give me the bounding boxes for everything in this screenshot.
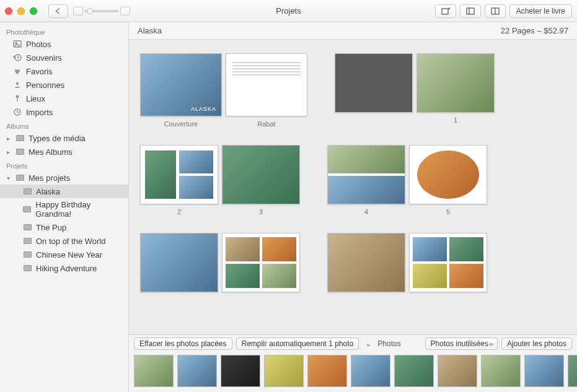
- disclosure-right-icon[interactable]: ▸: [5, 149, 11, 155]
- sidebar-item-personnes[interactable]: Personnes: [0, 78, 128, 92]
- clear-placed-photos-button[interactable]: Effacer les photos placées: [134, 338, 232, 350]
- sidebar-item-mes-projets[interactable]: ▾ Mes projets: [0, 171, 128, 185]
- project-icon: [22, 186, 32, 196]
- traffic-lights: [5, 7, 37, 15]
- sidebar-item-label: Lieux: [26, 94, 45, 103]
- sidebar: Photothèque Photos Souvenirs Favoris Per…: [0, 22, 129, 392]
- back-button[interactable]: [48, 4, 68, 18]
- sidebar-header-phototheque: Photothèque: [0, 25, 128, 37]
- pages-grid[interactable]: ALASKA Couverture Rabat: [129, 40, 577, 334]
- tray-photo[interactable]: [177, 355, 217, 387]
- sidebar-header-albums: Albums: [0, 119, 128, 131]
- tray-photo[interactable]: [481, 355, 521, 387]
- zoom-out-icon[interactable]: [73, 7, 83, 15]
- main-panel: Alaska 22 Pages – $52.97 ALASKA: [129, 22, 577, 392]
- sidebar-item-photos[interactable]: Photos: [0, 37, 128, 51]
- sidebar-item-lieux[interactable]: Lieux: [0, 92, 128, 105]
- page-blank[interactable]: [335, 53, 413, 113]
- sidebar-item-grandma[interactable]: Happy Birthday Grandma!: [0, 198, 128, 220]
- photo-filter-select[interactable]: Photos inutilisées: [425, 338, 498, 350]
- page-6[interactable]: [140, 233, 218, 292]
- spread-4-5[interactable]: 4 5: [327, 145, 487, 216]
- content-area: Photothèque Photos Souvenirs Favoris Per…: [0, 22, 577, 392]
- add-project-button[interactable]: [435, 4, 456, 18]
- spread-cover[interactable]: ALASKA Couverture Rabat: [140, 53, 307, 128]
- folder-icon: [15, 133, 25, 143]
- sidebar-item-pup[interactable]: The Pup: [0, 220, 128, 234]
- page-4[interactable]: [327, 145, 405, 204]
- folder-icon: [15, 173, 25, 183]
- page-label: 2: [140, 208, 218, 216]
- tray-photo[interactable]: [394, 355, 434, 387]
- spread-2-3[interactable]: 2 3: [140, 145, 300, 216]
- sidebar-item-label: Chinese New Year: [36, 250, 102, 259]
- clock-down-icon: [12, 107, 22, 117]
- page-2[interactable]: [140, 145, 218, 204]
- tray-photo[interactable]: [568, 355, 577, 387]
- sidebar-item-label: Alaska: [36, 187, 60, 196]
- project-summary: 22 Pages – $52.97: [501, 26, 568, 35]
- person-icon: [12, 80, 22, 90]
- tray-photo[interactable]: [307, 355, 347, 387]
- sidebar-item-label: Imports: [26, 108, 53, 117]
- tray-photo[interactable]: [524, 355, 564, 387]
- svg-rect-0: [442, 9, 448, 14]
- buy-book-button[interactable]: Acheter le livre: [509, 4, 572, 18]
- layout-toggle-button[interactable]: [460, 4, 481, 18]
- spread-0-1[interactable]: 1: [335, 53, 495, 128]
- sidebar-item-souvenirs[interactable]: Souvenirs: [0, 51, 128, 64]
- fullscreen-window-button[interactable]: [30, 7, 37, 15]
- page-5[interactable]: [409, 145, 487, 204]
- spread-8-9[interactable]: [327, 233, 487, 292]
- project-icon: [22, 236, 32, 246]
- disclosure-down-icon[interactable]: ▾: [5, 175, 11, 181]
- page-3[interactable]: [222, 145, 300, 204]
- disclosure-right-icon[interactable]: ▸: [5, 135, 11, 142]
- page-flap[interactable]: [226, 53, 307, 116]
- page-8[interactable]: [327, 233, 405, 292]
- page-7[interactable]: [222, 233, 300, 292]
- page-label: Rabat: [226, 120, 307, 128]
- zoom-in-icon[interactable]: [120, 7, 130, 15]
- photo-tray-panel: Effacer les photos placées Remplir autom…: [129, 334, 577, 392]
- heart-icon: [12, 66, 22, 76]
- page-label: [335, 116, 413, 124]
- page-cover[interactable]: ALASKA: [140, 53, 222, 116]
- photo-icon: [12, 39, 22, 49]
- sidebar-item-on-top[interactable]: On top of the World: [0, 234, 128, 248]
- sidebar-item-label: Personnes: [26, 81, 64, 90]
- book-layout-button[interactable]: [485, 4, 506, 18]
- tray-photo[interactable]: [264, 355, 304, 387]
- close-window-button[interactable]: [5, 7, 12, 15]
- chevron-down-icon[interactable]: ⌄: [363, 339, 374, 348]
- photo-tray[interactable]: [129, 352, 577, 392]
- tray-photo[interactable]: [221, 355, 260, 387]
- sidebar-item-alaska[interactable]: Alaska: [0, 185, 128, 198]
- sidebar-item-mes-albums[interactable]: ▸ Mes Albums: [0, 145, 128, 159]
- project-icon: [22, 250, 32, 259]
- autofill-button[interactable]: Remplir automatiquement 1 photo: [236, 338, 359, 350]
- sidebar-item-label: Happy Birthday Grandma!: [35, 200, 125, 219]
- page-label: 3: [222, 208, 300, 216]
- sidebar-item-favoris[interactable]: Favoris: [0, 64, 128, 78]
- tray-photo[interactable]: [134, 355, 174, 387]
- minimize-window-button[interactable]: [17, 7, 25, 15]
- zoom-slider[interactable]: [73, 7, 130, 15]
- titlebar: Projets Acheter le livre: [0, 0, 577, 22]
- sidebar-item-label: Souvenirs: [26, 53, 62, 63]
- project-icon: [22, 204, 32, 214]
- tray-photo[interactable]: [438, 355, 477, 387]
- tray-photo[interactable]: [351, 355, 390, 387]
- project-icon: [22, 263, 32, 273]
- sidebar-item-label: Photos: [26, 40, 51, 49]
- add-photos-button[interactable]: Ajouter les photos: [501, 338, 572, 350]
- spread-6-7[interactable]: [140, 233, 300, 292]
- svg-point-11: [16, 95, 19, 98]
- sidebar-item-types-media[interactable]: ▸ Types de média: [0, 131, 128, 145]
- page-9[interactable]: [409, 233, 487, 292]
- sidebar-item-cny[interactable]: Chinese New Year: [0, 248, 128, 261]
- sidebar-item-hiking[interactable]: Hiking Adventure: [0, 261, 128, 275]
- page-1[interactable]: [416, 53, 495, 113]
- sidebar-item-label: Types de média: [29, 134, 86, 143]
- sidebar-item-imports[interactable]: Imports: [0, 105, 128, 119]
